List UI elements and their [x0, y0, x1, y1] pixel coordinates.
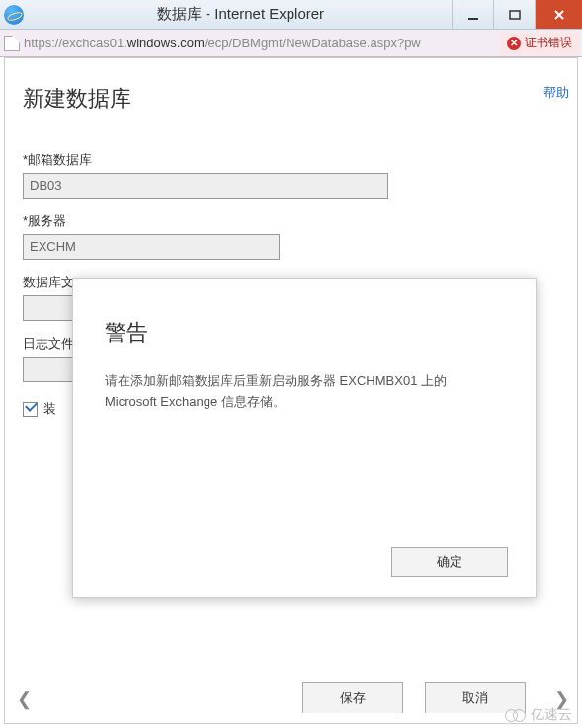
scroll-left-icon[interactable]: ❮: [17, 688, 32, 710]
maximize-button[interactable]: [493, 0, 535, 29]
dialog-body: 请在添加新邮箱数据库后重新启动服务器 EXCHMBX01 上的 Microsof…: [105, 371, 504, 413]
watermark-text: 亿速云: [531, 706, 572, 724]
server-input[interactable]: EXCHM: [23, 234, 280, 260]
cert-error-badge[interactable]: ✕ 证书错误: [501, 33, 578, 54]
minimize-button[interactable]: [452, 0, 493, 29]
page-title: 新建数据库: [23, 84, 559, 114]
mount-checkbox[interactable]: [23, 402, 38, 417]
watermark-icon: [505, 708, 527, 722]
cert-error-text: 证书错误: [525, 35, 572, 51]
cert-error-icon: ✕: [507, 37, 521, 50]
mount-label: 装: [43, 400, 56, 418]
close-button[interactable]: [535, 0, 582, 29]
server-label: *服务器: [23, 212, 559, 230]
mailbox-db-input[interactable]: DB03: [23, 173, 388, 199]
window-buttons: [452, 0, 582, 29]
horizontal-scrollbar[interactable]: ❮ ❯: [17, 682, 569, 717]
help-link[interactable]: 帮助: [543, 84, 569, 102]
window-titlebar: 数据库 - Internet Explorer: [0, 0, 582, 30]
warning-dialog: 警告 请在添加新邮箱数据库后重新启动服务器 EXCHMBX01 上的 Micro…: [72, 278, 537, 598]
window-title: 数据库 - Internet Explorer: [30, 5, 452, 24]
mailbox-db-label: *邮箱数据库: [23, 151, 559, 169]
page-body: 帮助 新建数据库 *邮箱数据库 DB03 *服务器 EXCHM 数据库文 日志文…: [4, 57, 578, 724]
svg-rect-1: [510, 11, 520, 19]
dialog-title: 警告: [105, 318, 504, 348]
page-icon: [4, 36, 20, 51]
address-bar[interactable]: https://exchcas01.windows.com/ecp/DBMgmt…: [0, 30, 582, 57]
dialog-ok-button[interactable]: 确定: [391, 547, 508, 577]
watermark: 亿速云: [505, 706, 572, 724]
url-text: https://exchcas01.windows.com/ecp/DBMgmt…: [24, 36, 501, 50]
ie-icon: [4, 5, 24, 25]
